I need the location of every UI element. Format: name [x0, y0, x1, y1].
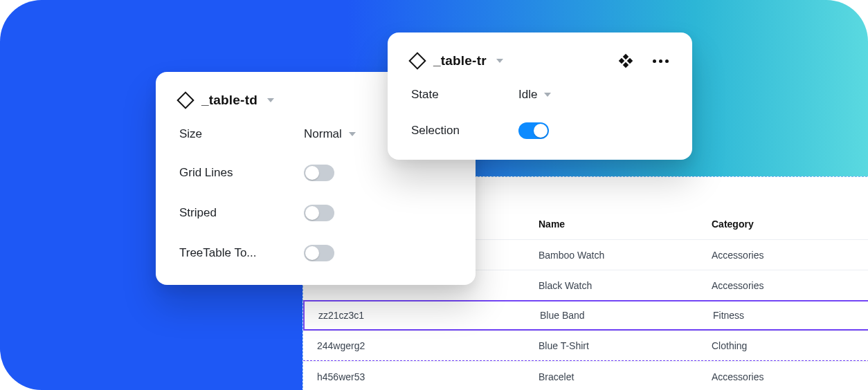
prop-label: TreeTable To... [179, 246, 304, 260]
panel-header[interactable]: _table-tr [411, 53, 669, 68]
cell-category: Accessories [712, 250, 868, 261]
size-value: Normal [304, 127, 342, 141]
treetable-toggle[interactable] [304, 245, 334, 261]
chevron-down-icon[interactable] [496, 59, 503, 63]
prop-label: Selection [411, 124, 518, 138]
row-treetable: TreeTable To... [179, 245, 452, 261]
chevron-down-icon [349, 132, 356, 136]
cell-category: Clothing [712, 340, 868, 351]
cell-code: 244wgerg2 [303, 340, 539, 351]
row-selection: Selection [411, 122, 669, 139]
cell-category: Accessories [712, 280, 868, 291]
prop-label: Grid Lines [179, 166, 304, 180]
state-select[interactable]: Idle [518, 88, 551, 102]
row-striped: Striped [179, 205, 452, 221]
table-row[interactable]: 244wgerg2 Blue T-Shirt Clothing [303, 331, 868, 361]
component-icon [408, 52, 426, 69]
cell-name: Bamboo Watch [539, 250, 712, 261]
chevron-down-icon [544, 93, 551, 97]
cell-name: Bracelet [539, 371, 712, 382]
cell-name: Black Watch [539, 280, 712, 291]
row-grid-lines: Grid Lines [179, 165, 452, 181]
cell-category: Accessories [712, 371, 868, 382]
more-icon[interactable] [653, 59, 669, 63]
table-row-selected[interactable]: zz21cz3c1 Blue Band Fitness [303, 300, 868, 331]
size-select[interactable]: Normal [304, 127, 356, 141]
row-state: State Idle [411, 88, 669, 102]
selection-toggle[interactable] [518, 122, 549, 139]
cell-category: Fitness [713, 310, 868, 321]
cell-code: zz21cz3c1 [305, 310, 540, 321]
grid-lines-toggle[interactable] [304, 165, 334, 181]
cell-name: Blue T-Shirt [539, 340, 712, 351]
striped-toggle[interactable] [304, 205, 334, 221]
table-row[interactable]: h456wer53 Bracelet Accessories [303, 361, 868, 390]
panel-title: _table-td [201, 93, 257, 108]
table-header-name[interactable]: Name [539, 187, 712, 230]
component-icon [177, 91, 194, 109]
state-value: Idle [518, 88, 537, 102]
cell-name: Blue Band [540, 310, 713, 321]
table-header-category[interactable]: Category [712, 187, 868, 230]
prop-label: Striped [179, 206, 304, 220]
prop-label: Size [179, 127, 304, 141]
cell-code: h456wer53 [303, 371, 539, 382]
prop-label: State [411, 88, 518, 102]
move-icon[interactable] [620, 55, 632, 67]
panel-table-tr: _table-tr State Idle Selection [388, 32, 692, 160]
chevron-down-icon[interactable] [267, 98, 274, 102]
panel-title: _table-tr [433, 53, 487, 68]
